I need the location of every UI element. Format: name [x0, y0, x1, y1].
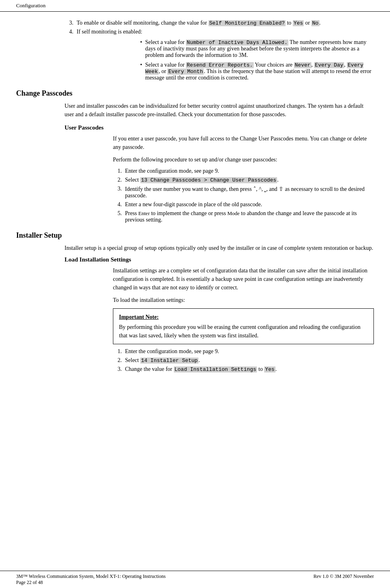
user-passcodes-steps: 1. Enter the configuration mode, see pag… — [113, 168, 374, 223]
header-label: Configuration — [16, 2, 46, 8]
up-step-2: 2. Select 13 Change Passcodes > Change U… — [113, 177, 374, 183]
important-note-box: Important Note: By performing this proce… — [113, 308, 374, 344]
load-installation-steps: 1. Enter the configuration mode, see pag… — [113, 348, 374, 372]
installer-setup-intro: Installer setup is a special group of se… — [65, 244, 374, 252]
important-note-title: Important Note: — [119, 313, 368, 321]
user-passcodes-heading: User Passcodes — [65, 124, 374, 131]
footer-right: Rev 1.0 © 3M 2007 November — [313, 573, 374, 586]
load-installation-para2: To load the installation settings: — [113, 296, 374, 304]
li-step-2: 2. Select 14 Installer Setup. — [113, 357, 374, 364]
step-3: 3. To enable or disable self monitoring,… — [65, 20, 374, 26]
up-step-3: 3. Identify the user number you want to … — [113, 186, 374, 199]
user-passcodes-para2: Perform the following procedure to set u… — [113, 155, 374, 164]
main-content: 3. To enable or disable self monitoring,… — [0, 12, 390, 571]
bullet-item-2: • Select a value for Resend Error Report… — [137, 62, 374, 81]
installer-setup-section: Installer Setup Installer setup is a spe… — [16, 231, 374, 372]
step-4: 4. If self monitoring is enabled: — [65, 29, 374, 35]
page-footer: 3M™ Wireless Communication System, Model… — [0, 571, 390, 588]
intro-steps: 3. To enable or disable self monitoring,… — [65, 20, 374, 81]
load-installation-heading: Load Installation Settings — [65, 256, 374, 263]
load-installation-para1: Installation settings are a complete set… — [113, 266, 374, 292]
up-step-4: 4. Enter a new four-digit passcode in pl… — [113, 201, 374, 208]
footer-page: Page 22 of 48 — [16, 580, 166, 586]
change-passcodes-intro: User and installer passcodes can be indi… — [65, 102, 374, 119]
change-passcodes-heading: Change Passcodes — [16, 89, 374, 98]
load-installation-section: Load Installation Settings Installation … — [65, 256, 374, 372]
up-step-5: 5. Press Enter to implement the change o… — [113, 210, 374, 223]
page-header: Configuration — [0, 0, 390, 12]
installer-setup-heading: Installer Setup — [16, 231, 374, 240]
li-step-3: 3. Change the value for Load Installatio… — [113, 366, 374, 372]
footer-left: 3M™ Wireless Communication System, Model… — [16, 573, 166, 580]
important-note-text: By performing this procedure you will be… — [119, 324, 361, 339]
up-step-1: 1. Enter the configuration mode, see pag… — [113, 168, 374, 174]
bullet-items: • Select a value for Number of Inactive … — [137, 39, 374, 81]
change-passcodes-section: Change Passcodes User and installer pass… — [16, 89, 374, 223]
user-passcodes-para1: If you enter a user passcode, you have f… — [113, 134, 374, 151]
li-step-1: 1. Enter the configuration mode, see pag… — [113, 348, 374, 355]
user-passcodes-section: User Passcodes If you enter a user passc… — [65, 124, 374, 223]
bullet-item-1: • Select a value for Number of Inactive … — [137, 39, 374, 59]
